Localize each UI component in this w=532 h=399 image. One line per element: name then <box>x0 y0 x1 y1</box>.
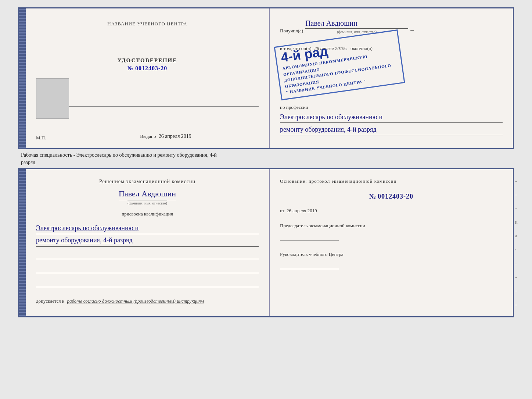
stamp-block: 4-й рад АВТОНОМНУЮ НЕКОММЕРЧЕСКУЮ ОРГАНИ… <box>274 29 405 100</box>
osnovanie-title: Основание: протокол экзаменационной коми… <box>280 178 503 185</box>
middle-text-line2: разряд <box>21 159 514 166</box>
blank-line-2 <box>36 266 259 273</box>
blank-line-1 <box>36 252 259 259</box>
bottom-booklet: Решением экзаменационной комиссии Павел … <box>18 168 514 317</box>
po-professii-label: по профессии <box>280 104 308 110</box>
udostoverenie-label: УДОСТОВЕРЕНИЕ <box>118 57 177 64</box>
top-left-title: НАЗВАНИЕ УЧЕБНОГО ЦЕНТРА <box>107 21 187 27</box>
photo-placeholder <box>36 78 69 119</box>
prisvoena-label: присвоена квалификация <box>36 211 259 217</box>
po-professii-block: по профессии Электрослесарь по обслужива… <box>280 104 503 135</box>
predsedatel-block: Председатель экзаменационной комиссии <box>280 222 503 241</box>
rukovoditel-sign-line <box>280 260 339 269</box>
vydano-line: Выдано 26 апреля 2019 <box>140 133 191 139</box>
predsedatel-title: Председатель экзаменационной комиссии <box>280 222 503 229</box>
protocol-num-prefix: № <box>369 193 376 200</box>
vydano-date: 26 апреля 2019 <box>159 133 191 139</box>
protocol-number: 0012403-20 <box>378 193 413 200</box>
bottom-booklet-spine <box>19 169 26 316</box>
profession-line2: ремонту оборудования, 4-й разряд <box>280 124 503 135</box>
top-booklet: НАЗВАНИЕ УЧЕБНОГО ЦЕНТРА УДОСТОВЕРЕНИЕ №… <box>18 7 514 149</box>
kvalif-block: Электрослесарь по обслуживанию и ремонту… <box>36 222 259 247</box>
top-left-page: НАЗВАНИЕ УЧЕБНОГО ЦЕНТРА УДОСТОВЕРЕНИЕ №… <box>26 8 270 148</box>
profession-line1: Электрослесарь по обслуживанию и <box>280 112 503 123</box>
ot-prefix: от <box>280 208 284 214</box>
middle-text: Рабочая специальность - Электрослесарь п… <box>18 152 514 166</box>
poluchil-label: Получил(а) <box>280 28 303 34</box>
number-prefix: № <box>127 65 134 72</box>
bottom-name: Павел Авдюшин <box>119 189 176 200</box>
rukovoditel-block: Руководитель учебного Центра <box>280 251 503 269</box>
udostoverenie-number: 0012403-20 <box>135 65 167 72</box>
fio-hint-bottom: (фамилия, имя, отчество) <box>127 200 167 205</box>
rukovoditel-title: Руководитель учебного Центра <box>280 251 503 258</box>
document-wrapper: НАЗВАНИЕ УЧЕБНОГО ЦЕНТРА УДОСТОВЕРЕНИЕ №… <box>18 7 514 317</box>
middle-text-line1: Рабочая специальность - Электрослесарь п… <box>21 152 514 159</box>
right-marks-bottom: – – – И а ← – – – – <box>514 169 519 316</box>
poluchil-name: Павел Авдюшин <box>305 19 408 29</box>
kvalif-line1: Электрослесарь по обслуживанию и <box>36 222 259 234</box>
kvalif-line2: ремонту оборудования, 4-й разряд <box>36 234 259 246</box>
name-block-bottom: Павел Авдюшин (фамилия, имя, отчество) <box>36 189 259 205</box>
blank-line-3 <box>36 280 259 287</box>
mp-label: М.П. <box>36 135 46 141</box>
predsedatel-sign-line <box>280 232 339 241</box>
ot-line: от 26 апреля 2019 <box>280 208 503 214</box>
ot-date: 26 апреля 2019 <box>287 208 317 214</box>
top-right-page: Получил(а) Павел Авдюшин (фамилия, имя, … <box>270 8 513 148</box>
bottom-right-page: Основание: протокол экзаменационной коми… <box>270 169 513 316</box>
protocol-number-block: № 0012403-20 <box>280 193 503 200</box>
dopuskaetsya-block: допускается к работе согласно должностны… <box>36 298 259 304</box>
dopuskaetsya-prefix: допускается к <box>36 298 64 304</box>
top-booklet-spine <box>19 8 26 148</box>
udostoverenie-block: УДОСТОВЕРЕНИЕ № 0012403-20 <box>118 57 177 72</box>
vydano-label: Выдано <box>140 133 156 139</box>
dopuskaetsya-value: работе согласно должностным (производств… <box>67 298 204 304</box>
resheniem-title: Решением экзаменационной комиссии <box>36 178 259 185</box>
bottom-left-page: Решением экзаменационной комиссии Павел … <box>26 169 270 316</box>
